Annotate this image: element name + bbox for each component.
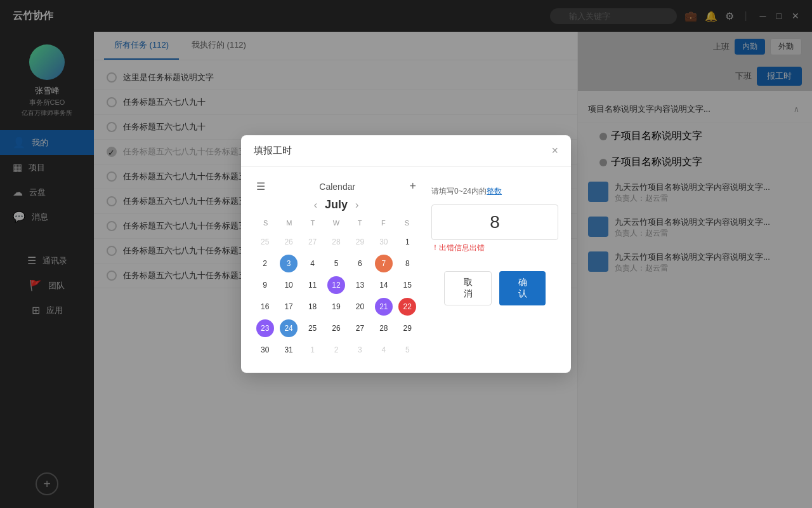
cal-day[interactable]: 6 [351, 255, 369, 272]
calendar-prev-button[interactable]: ‹ [314, 199, 317, 211]
cal-day[interactable]: 16 [256, 298, 274, 316]
cal-day[interactable]: 30 [375, 233, 393, 251]
cal-day[interactable]: 25 [256, 233, 274, 251]
time-input-area: 请填写0~24内的整数 ！出错信息出错 取消 确认 [431, 180, 558, 360]
calendar-nav: ‹ July › [254, 198, 419, 211]
calendar-grid: S M T W T F S 25 26 27 28 29 [254, 217, 419, 360]
calendar-month: July [325, 198, 348, 211]
weekday-S1: S [254, 217, 277, 229]
calendar-weekdays: S M T W T F S [254, 217, 419, 229]
integer-link[interactable]: 整数 [487, 187, 502, 196]
weekday-T1: T [301, 217, 324, 229]
modal-header: 填报工时 × [241, 135, 571, 167]
calendar: ☰ Calendar + ‹ July › S M T W T [254, 180, 419, 360]
cal-day[interactable]: 5 [398, 341, 416, 359]
weekday-S2: S [395, 217, 419, 229]
time-input-wrap [431, 204, 558, 240]
cal-day[interactable]: 26 [280, 233, 298, 251]
cal-day[interactable]: 24 [280, 319, 298, 337]
cal-day[interactable]: 13 [351, 276, 369, 294]
cal-day[interactable]: 29 [351, 233, 369, 251]
cal-day[interactable]: 19 [327, 298, 345, 316]
cancel-button[interactable]: 取消 [444, 271, 492, 305]
cal-day[interactable]: 27 [351, 319, 369, 337]
cal-day-past-red[interactable]: 22 [398, 298, 416, 316]
cal-day[interactable]: 31 [280, 341, 298, 359]
fill-hours-modal: 填报工时 × ☰ Calendar + ‹ July › S [241, 135, 571, 373]
weekday-W: W [324, 217, 348, 229]
cal-day[interactable]: 8 [398, 255, 416, 272]
weekday-M: M [277, 217, 301, 229]
cal-day[interactable]: 5 [327, 255, 345, 272]
cal-day[interactable]: 9 [256, 276, 274, 294]
cal-day-highlight[interactable]: 12 [327, 276, 345, 294]
cal-day[interactable]: 21 [375, 298, 393, 316]
cal-day[interactable]: 26 [327, 319, 345, 337]
cal-day[interactable]: 20 [351, 298, 369, 316]
cal-day-selected[interactable]: 7 [375, 255, 393, 272]
cal-day[interactable]: 30 [256, 341, 274, 359]
calendar-add-button[interactable]: + [409, 180, 416, 193]
cal-day[interactable]: 17 [280, 298, 298, 316]
calendar-menu-icon[interactable]: ☰ [256, 180, 265, 192]
cal-day[interactable]: 23 [256, 319, 274, 337]
time-hint: 请填写0~24内的整数 [431, 186, 558, 197]
cal-day[interactable]: 4 [375, 341, 393, 359]
confirm-button[interactable]: 确认 [499, 271, 546, 305]
cal-day[interactable]: 2 [256, 255, 274, 272]
cal-day[interactable]: 2 [327, 341, 345, 359]
modal-overlay: 填报工时 × ☰ Calendar + ‹ July › S [0, 0, 812, 508]
cal-day[interactable]: 28 [375, 319, 393, 337]
modal-body: ☰ Calendar + ‹ July › S M T W T [241, 167, 571, 373]
modal-title: 填报工时 [254, 145, 292, 157]
calendar-header: ☰ Calendar + [254, 180, 419, 193]
calendar-next-button[interactable]: › [355, 199, 358, 211]
cal-day[interactable]: 1 [304, 341, 322, 359]
cal-day[interactable]: 10 [280, 276, 298, 294]
cal-day[interactable]: 18 [304, 298, 322, 316]
calendar-days: 25 26 27 28 29 30 1 2 3 4 5 6 7 [254, 232, 419, 360]
cal-day[interactable]: 1 [398, 233, 416, 251]
cal-day[interactable]: 25 [304, 319, 322, 337]
cal-day[interactable]: 14 [375, 276, 393, 294]
time-error-message: ！出错信息出错 [431, 243, 558, 253]
weekday-F: F [372, 217, 395, 229]
cal-day[interactable]: 28 [327, 233, 345, 251]
cal-day-today[interactable]: 3 [280, 255, 298, 272]
modal-close-button[interactable]: × [551, 144, 558, 157]
cal-day[interactable]: 11 [304, 276, 322, 294]
weekday-T2: T [348, 217, 372, 229]
time-value-input[interactable] [431, 204, 558, 240]
cal-day[interactable]: 15 [398, 276, 416, 294]
cal-day[interactable]: 4 [304, 255, 322, 272]
cal-day[interactable]: 3 [351, 341, 369, 359]
calendar-title: Calendar [319, 182, 355, 192]
cal-day[interactable]: 27 [304, 233, 322, 251]
modal-footer: 取消 确认 [431, 261, 558, 318]
cal-day[interactable]: 29 [398, 319, 416, 337]
